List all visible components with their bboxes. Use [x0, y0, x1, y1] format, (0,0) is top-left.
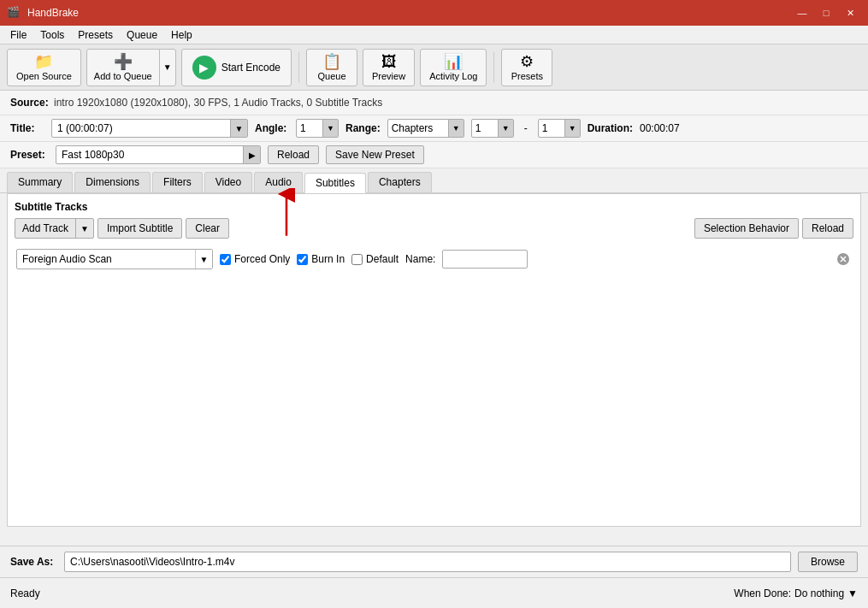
- minimize-button[interactable]: —: [791, 4, 813, 21]
- tabs-row: Summary Dimensions Filters Video Audio S…: [0, 168, 868, 193]
- forced-only-label[interactable]: Forced Only: [220, 253, 290, 265]
- start-encode-button[interactable]: ▶ Start Encode: [181, 49, 292, 86]
- maximize-button[interactable]: □: [815, 4, 837, 21]
- save-new-preset-button[interactable]: Save New Preset: [326, 145, 424, 164]
- title-bar-controls: — □ ✕: [791, 4, 861, 21]
- range-dropdown-arrow[interactable]: ▼: [448, 120, 464, 137]
- range-from-wrapper: 1 ▼: [471, 119, 514, 138]
- when-done-value: Do nothing: [794, 587, 844, 599]
- angle-label: Angle:: [255, 122, 289, 134]
- subtitle-tracks-header: Subtitle Tracks: [15, 201, 853, 213]
- preset-select-wrapper: Fast 1080p30 ▶: [56, 145, 261, 164]
- burn-in-label[interactable]: Burn In: [297, 253, 345, 265]
- duration-label: Duration:: [588, 122, 633, 134]
- menu-tools[interactable]: Tools: [33, 27, 71, 43]
- menu-file[interactable]: File: [3, 27, 33, 43]
- track-name-input[interactable]: [442, 250, 528, 269]
- save-as-input[interactable]: [64, 552, 791, 572]
- add-track-label: Add Track: [15, 220, 75, 237]
- toolbar: 📁 Open Source ➕ Add to Queue ▼ ▶ Start E…: [0, 44, 868, 91]
- play-icon: ▶: [192, 56, 216, 80]
- title-label: Title:: [10, 122, 44, 134]
- default-label[interactable]: Default: [351, 253, 399, 265]
- range-label: Range:: [345, 122, 381, 134]
- range-to-arrow[interactable]: ▼: [564, 120, 580, 137]
- menu-queue[interactable]: Queue: [120, 27, 164, 43]
- subtitle-track-row: Foreign Audio Scan ▼ Forced Only Burn In…: [15, 245, 853, 273]
- preset-row: Preset: Fast 1080p30 ▶ Reload Save New P…: [0, 142, 868, 168]
- preset-select-value: Fast 1080p30: [56, 147, 243, 162]
- when-done-arrow[interactable]: ▼: [847, 587, 858, 599]
- queue-label: Queue: [317, 71, 345, 81]
- angle-dropdown-arrow[interactable]: ▼: [322, 120, 338, 137]
- range-select-wrapper: Chapters ▼: [387, 119, 464, 138]
- presets-label: Presets: [511, 71, 543, 81]
- preview-label: Preview: [372, 71, 405, 81]
- selection-behavior-button[interactable]: Selection Behavior: [694, 218, 799, 239]
- clear-button[interactable]: Clear: [186, 218, 229, 239]
- track-delete-button[interactable]: [835, 251, 852, 268]
- when-done-area: When Done: Do nothing ▼: [734, 587, 858, 599]
- duration-value: 00:00:07: [640, 122, 680, 134]
- open-source-button[interactable]: 📁 Open Source: [7, 49, 81, 86]
- source-area: Source: intro 1920x1080 (1920x1080), 30 …: [0, 91, 868, 115]
- add-queue-icon: ➕: [114, 54, 133, 69]
- tab-filters[interactable]: Filters: [152, 172, 203, 192]
- tab-chapters[interactable]: Chapters: [368, 172, 432, 192]
- reload-preset-button[interactable]: Reload: [268, 145, 319, 164]
- presets-button[interactable]: ⚙ Presets: [501, 49, 552, 86]
- subtitle-toolbar: Add Track ▼ Import Subtitle Clear Select…: [15, 218, 853, 239]
- status-text: Ready: [10, 587, 40, 599]
- title-bar: 🎬 HandBrake — □ ✕: [0, 0, 868, 26]
- queue-icon: 📋: [322, 54, 341, 69]
- tab-audio[interactable]: Audio: [254, 172, 303, 192]
- queue-button[interactable]: 📋 Queue: [306, 49, 357, 86]
- forced-only-checkbox[interactable]: [220, 254, 231, 265]
- reload-subtitle-button[interactable]: Reload: [802, 218, 853, 239]
- track-select-arrow[interactable]: ▼: [195, 250, 212, 269]
- activity-log-button[interactable]: 📊 Activity Log: [420, 49, 487, 86]
- range-from-arrow[interactable]: ▼: [498, 120, 513, 137]
- save-as-label: Save As:: [10, 556, 57, 568]
- preset-dropdown-arrow[interactable]: ▶: [243, 146, 260, 163]
- angle-select-wrapper: 1 ▼: [296, 119, 339, 138]
- add-to-queue-main: ➕ Add to Queue: [87, 50, 159, 85]
- add-queue-dropdown-arrow[interactable]: ▼: [159, 50, 175, 86]
- presets-icon: ⚙: [520, 54, 534, 69]
- default-checkbox[interactable]: [351, 254, 363, 265]
- main-content-area: Subtitle Tracks Add Track ▼ Import Subti…: [7, 193, 861, 527]
- range-from-value: 1: [472, 121, 498, 136]
- range-to-value: 1: [539, 121, 564, 136]
- tab-video[interactable]: Video: [204, 172, 252, 192]
- preview-icon: 🖼: [381, 54, 397, 69]
- menu-help[interactable]: Help: [164, 27, 199, 43]
- add-track-button[interactable]: Add Track ▼: [15, 218, 94, 239]
- import-subtitle-button[interactable]: Import Subtitle: [97, 218, 182, 239]
- title-dropdown-arrow[interactable]: ▼: [230, 120, 247, 137]
- default-text: Default: [366, 253, 399, 265]
- app-icon: 🎬: [7, 6, 21, 20]
- title-select-value: 1 (00:00:07): [52, 121, 230, 136]
- subtitle-section: Subtitle Tracks Add Track ▼ Import Subti…: [8, 194, 860, 280]
- tab-subtitles[interactable]: Subtitles: [304, 173, 366, 193]
- activity-log-icon: 📊: [444, 54, 463, 69]
- source-value: intro 1920x1080 (1920x1080), 30 FPS, 1 A…: [54, 97, 382, 109]
- status-bar: Ready When Done: Do nothing ▼: [0, 577, 868, 608]
- open-source-icon: 📁: [34, 54, 53, 69]
- close-circle-icon: [836, 252, 850, 266]
- add-track-dropdown-arrow[interactable]: ▼: [75, 219, 93, 238]
- burn-in-checkbox[interactable]: [297, 254, 308, 265]
- tab-summary[interactable]: Summary: [7, 172, 73, 192]
- add-to-queue-button[interactable]: ➕ Add to Queue ▼: [86, 49, 176, 86]
- track-select-value: Foreign Audio Scan: [17, 251, 195, 267]
- menu-presets[interactable]: Presets: [71, 27, 120, 43]
- title-bar-left: 🎬 HandBrake: [7, 6, 79, 20]
- preset-label: Preset:: [10, 149, 49, 161]
- tab-dimensions[interactable]: Dimensions: [74, 172, 151, 192]
- preview-button[interactable]: 🖼 Preview: [363, 49, 415, 86]
- app-window: 🎬 HandBrake — □ ✕ File Tools Presets Que…: [0, 0, 868, 608]
- close-button[interactable]: ✕: [839, 4, 861, 21]
- angle-value: 1: [297, 121, 322, 136]
- browse-button[interactable]: Browse: [798, 552, 858, 572]
- name-label: Name:: [405, 253, 435, 265]
